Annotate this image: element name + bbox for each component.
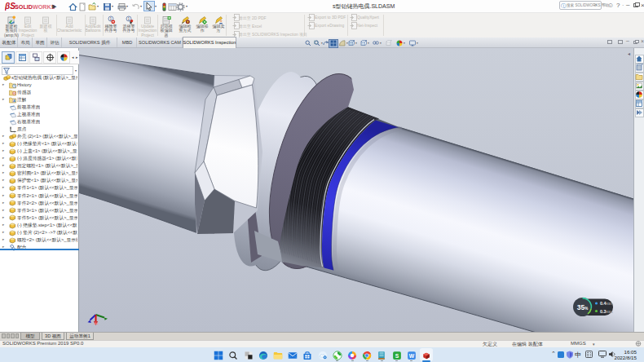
svg-text:SOLIDWORKS: SOLIDWORKS [15, 3, 55, 11]
svg-text:W: W [409, 352, 415, 358]
svg-text:1: 1 [109, 16, 112, 21]
svg-text:S: S [395, 352, 399, 358]
svg-text:1: 1 [127, 16, 130, 21]
svg-text:A: A [13, 99, 15, 103]
